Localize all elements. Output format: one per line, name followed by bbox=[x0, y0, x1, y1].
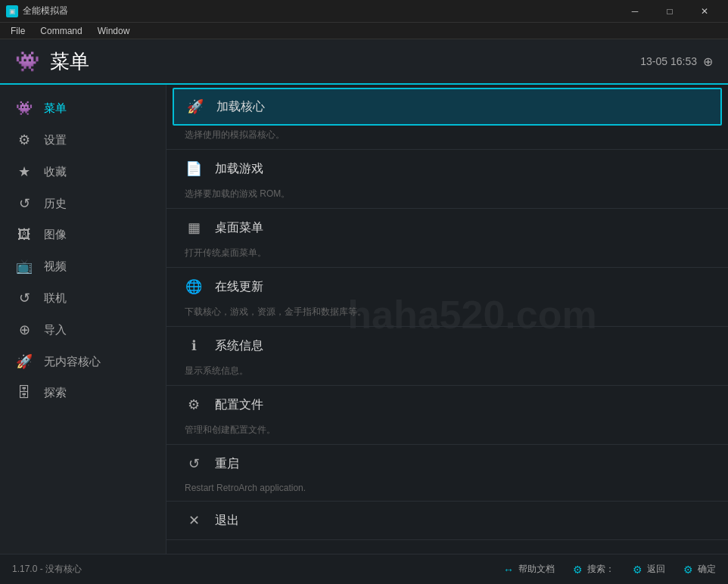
sidebar-label-settings: 设置 bbox=[44, 133, 67, 148]
search-button[interactable]: ⚙ 搜索： bbox=[573, 563, 614, 576]
window-controls: ─ □ ✕ bbox=[618, 0, 722, 23]
desktop-menu-desc: 打开传统桌面菜单。 bbox=[166, 247, 728, 267]
search-icon: ⚙ bbox=[573, 564, 583, 576]
history-icon: ↺ bbox=[15, 195, 33, 212]
sidebar-item-history[interactable]: ↺ 历史 bbox=[0, 188, 166, 219]
menu-section-load-core: 🚀 加载核心 选择使用的模拟器核心。 bbox=[166, 88, 728, 150]
status-bar: 1.17.0 - 没有核心 ↔ 帮助文档 ⚙ 搜索： ⚙ 返回 ⚙ 确定 bbox=[0, 554, 728, 584]
favorites-icon: ★ bbox=[15, 163, 33, 180]
menu-section-config-file: ⚙ 配置文件 管理和创建配置文件。 bbox=[166, 386, 728, 445]
sidebar-item-explore[interactable]: 🗄 探索 bbox=[0, 377, 166, 408]
maximize-button[interactable]: □ bbox=[652, 0, 687, 23]
sidebar-item-import[interactable]: ⊕ 导入 bbox=[0, 314, 166, 346]
desktop-menu-icon: ▦ bbox=[185, 219, 203, 236]
menu-item-online-update[interactable]: 🌐 在线更新 bbox=[166, 268, 728, 306]
main-area: 👾 菜单 ⚙ 设置 ★ 收藏 ↺ 历史 🖼 图像 📺 视频 bbox=[0, 85, 728, 554]
clock-icon: ⊕ bbox=[703, 54, 713, 69]
load-game-label: 加载游戏 bbox=[215, 161, 263, 177]
close-button[interactable]: ✕ bbox=[687, 0, 722, 23]
sidebar-label-images: 图像 bbox=[44, 228, 67, 242]
menu-section-restart: ↺ 重启 Restart RetroArch application. bbox=[166, 445, 728, 502]
load-core-icon: 🚀 bbox=[186, 98, 204, 115]
menu-item-system-info[interactable]: ℹ 系统信息 bbox=[166, 327, 728, 365]
menu-section-online-update: 🌐 在线更新 下载核心，游戏，资源，金手指和数据库等。 bbox=[166, 268, 728, 327]
config-file-icon: ⚙ bbox=[185, 396, 203, 413]
header-right: 13-05 16:53 ⊕ bbox=[640, 54, 713, 69]
sidebar-label-online: 联机 bbox=[44, 291, 67, 306]
config-file-desc: 管理和创建配置文件。 bbox=[166, 424, 728, 444]
menu-icon: 👾 bbox=[15, 100, 33, 116]
restart-desc: Restart RetroArch application. bbox=[166, 483, 728, 501]
status-bar-right: ↔ 帮助文档 ⚙ 搜索： ⚙ 返回 ⚙ 确定 bbox=[503, 563, 716, 576]
online-update-desc: 下载核心，游戏，资源，金手指和数据库等。 bbox=[166, 306, 728, 326]
load-core-label: 加载核心 bbox=[216, 99, 265, 115]
search-label: 搜索： bbox=[587, 563, 614, 576]
system-info-icon: ℹ bbox=[185, 337, 203, 354]
sidebar-item-images[interactable]: 🖼 图像 bbox=[0, 219, 166, 250]
header-title: 菜单 bbox=[50, 48, 89, 75]
menu-item-load-game[interactable]: 📄 加载游戏 bbox=[166, 150, 728, 188]
restart-icon: ↺ bbox=[185, 455, 203, 472]
sidebar-item-online[interactable]: ↺ 联机 bbox=[0, 282, 166, 314]
restart-label: 重启 bbox=[215, 456, 239, 472]
menu-file[interactable]: File bbox=[3, 23, 33, 39]
version-info: 1.17.0 - 没有核心 bbox=[12, 563, 82, 576]
header-datetime: 13-05 16:53 bbox=[640, 55, 697, 67]
sidebar-label-video: 视频 bbox=[44, 259, 67, 274]
load-core-desc: 选择使用的模拟器核心。 bbox=[166, 129, 728, 149]
import-icon: ⊕ bbox=[15, 322, 33, 338]
sidebar-label-menu: 菜单 bbox=[44, 101, 67, 116]
header-logo-icon: 👾 bbox=[15, 50, 39, 73]
menu-item-load-core[interactable]: 🚀 加载核心 bbox=[173, 88, 722, 126]
app-content: 👾 菜单 13-05 16:53 ⊕ 👾 菜单 ⚙ 设置 ★ 收藏 ↺ bbox=[0, 39, 728, 554]
sidebar-item-settings[interactable]: ⚙ 设置 bbox=[0, 124, 166, 156]
load-game-icon: 📄 bbox=[185, 160, 203, 177]
confirm-label: 确定 bbox=[698, 563, 716, 576]
menu-section-desktop-menu: ▦ 桌面菜单 打开传统桌面菜单。 bbox=[166, 209, 728, 268]
online-update-icon: 🌐 bbox=[185, 278, 203, 295]
quit-label: 退出 bbox=[215, 513, 239, 529]
menu-command[interactable]: Command bbox=[33, 23, 89, 39]
sidebar-item-video[interactable]: 📺 视频 bbox=[0, 250, 166, 282]
confirm-button[interactable]: ⚙ 确定 bbox=[683, 563, 716, 576]
back-label: 返回 bbox=[647, 563, 665, 576]
system-info-desc: 显示系统信息。 bbox=[166, 365, 728, 385]
sidebar-label-history: 历史 bbox=[44, 197, 67, 211]
app-icon: ▣ bbox=[6, 5, 18, 17]
help-button[interactable]: ↔ 帮助文档 bbox=[503, 563, 555, 576]
sidebar-label-explore: 探索 bbox=[44, 386, 67, 400]
title-bar: ▣ 全能模拟器 ─ □ ✕ bbox=[0, 0, 728, 23]
back-button[interactable]: ⚙ 返回 bbox=[633, 563, 665, 576]
title-bar-left: ▣ 全能模拟器 bbox=[6, 5, 68, 17]
sidebar-item-favorites[interactable]: ★ 收藏 bbox=[0, 156, 166, 188]
sidebar-label-nocore: 无内容核心 bbox=[44, 355, 101, 369]
images-icon: 🖼 bbox=[15, 227, 33, 243]
sidebar-item-menu[interactable]: 👾 菜单 bbox=[0, 92, 166, 124]
menu-section-system-info: ℹ 系统信息 显示系统信息。 bbox=[166, 327, 728, 386]
app-title: 全能模拟器 bbox=[23, 5, 68, 17]
online-icon: ↺ bbox=[15, 290, 33, 306]
header-left: 👾 菜单 bbox=[15, 48, 89, 75]
help-icon: ↔ bbox=[503, 564, 514, 576]
sidebar: 👾 菜单 ⚙ 设置 ★ 收藏 ↺ 历史 🖼 图像 📺 视频 bbox=[0, 85, 166, 554]
explore-icon: 🗄 bbox=[15, 385, 33, 401]
menu-item-quit[interactable]: ✕ 退出 bbox=[166, 502, 728, 539]
sidebar-label-import: 导入 bbox=[44, 323, 67, 337]
back-icon: ⚙ bbox=[633, 564, 642, 576]
config-file-label: 配置文件 bbox=[215, 397, 263, 413]
load-game-desc: 选择要加载的游戏 ROM。 bbox=[166, 188, 728, 208]
help-label: 帮助文档 bbox=[518, 563, 555, 576]
menu-item-desktop-menu[interactable]: ▦ 桌面菜单 bbox=[166, 209, 728, 247]
sidebar-item-nocore[interactable]: 🚀 无内容核心 bbox=[0, 346, 166, 377]
minimize-button[interactable]: ─ bbox=[618, 0, 652, 23]
confirm-icon: ⚙ bbox=[683, 564, 693, 576]
menu-item-config-file[interactable]: ⚙ 配置文件 bbox=[166, 386, 728, 424]
content-area: haha520.com 🚀 加载核心 选择使用的模拟器核心。 📄 加载游戏 选择… bbox=[166, 85, 728, 554]
menu-item-restart[interactable]: ↺ 重启 bbox=[166, 445, 728, 483]
menu-bar: File Command Window bbox=[0, 23, 728, 39]
menu-section-load-game: 📄 加载游戏 选择要加载的游戏 ROM。 bbox=[166, 150, 728, 209]
video-icon: 📺 bbox=[15, 258, 33, 275]
menu-section-quit: ✕ 退出 bbox=[166, 502, 728, 540]
system-info-label: 系统信息 bbox=[215, 338, 263, 354]
menu-window[interactable]: Window bbox=[90, 23, 138, 39]
